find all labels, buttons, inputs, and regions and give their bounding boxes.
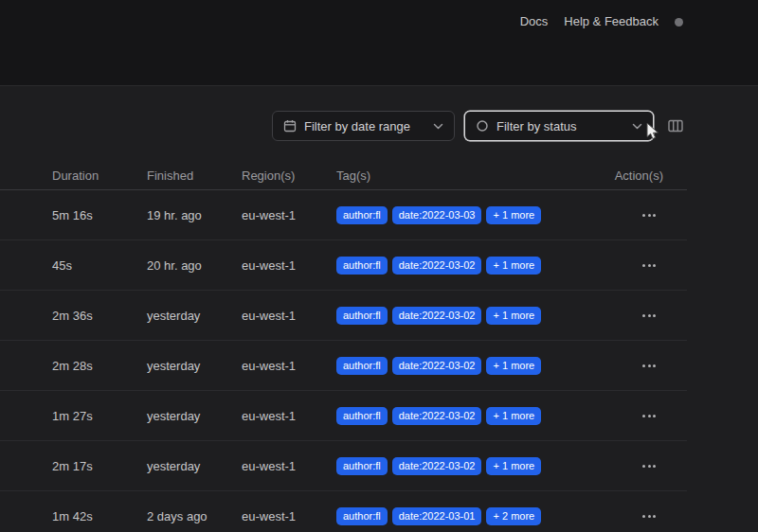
tag-pill[interactable]: date:2022-03-02 (392, 357, 482, 375)
tag-pill[interactable]: + 1 more (486, 407, 541, 425)
tag-pill[interactable]: author:fl (336, 206, 388, 224)
header-tags: Tag(s) (336, 168, 578, 183)
tag-pill[interactable]: + 2 more (486, 507, 541, 525)
duration-cell: 1m 42s (52, 509, 147, 523)
tags-cell: author:fldate:2022-03-02+ 1 more (336, 257, 578, 275)
duration-cell: 5m 16s (52, 208, 147, 222)
calendar-icon (283, 119, 297, 133)
tag-pill[interactable]: date:2022-03-02 (392, 307, 482, 325)
tag-pill[interactable]: author:fl (336, 407, 388, 425)
actions-cell (578, 510, 687, 523)
header-actions: Action(s) (578, 168, 687, 183)
duration-cell: 45s (52, 258, 147, 273)
table-row: 2m 17s yesterday eu-west-1 author:fldate… (0, 441, 687, 491)
table-row: 45s 20 hr. ago eu-west-1 author:fldate:2… (0, 240, 687, 291)
tag-pill[interactable]: + 1 more (486, 457, 541, 475)
tag-pill[interactable]: + 1 more (486, 257, 541, 275)
region-cell: eu-west-1 (242, 409, 336, 423)
row-actions-button ellipsis-icon[interactable] (640, 360, 659, 372)
status-filter[interactable]: Filter by status (464, 111, 654, 141)
date-range-filter-label: Filter by date range (304, 119, 425, 133)
table-row: 1m 27s yesterday eu-west-1 author:fldate… (0, 391, 687, 441)
tag-pill[interactable]: date:2022-03-03 (392, 206, 482, 224)
row-actions-button ellipsis-icon[interactable] (640, 410, 659, 422)
table-row: 5m 16s 19 hr. ago eu-west-1 author:fldat… (0, 190, 687, 240)
runs-table: Duration Finished Region(s) Tag(s) Actio… (0, 161, 687, 532)
actions-cell (578, 360, 687, 372)
finished-cell: yesterday (147, 309, 242, 323)
tags-cell: author:fldate:2022-03-01+ 2 more (336, 507, 578, 525)
tag-pill[interactable]: date:2022-03-02 (392, 407, 482, 425)
tags-cell: author:fldate:2022-03-02+ 1 more (336, 307, 578, 325)
column-settings-button[interactable] (666, 117, 685, 134)
tag-pill[interactable]: date:2022-03-02 (392, 257, 482, 275)
tag-pill[interactable]: author:fl (336, 357, 388, 375)
row-actions-button ellipsis-icon[interactable] (640, 460, 659, 472)
tag-pill[interactable]: date:2022-03-01 (392, 507, 482, 525)
actions-cell (578, 209, 687, 222)
finished-cell: yesterday (147, 459, 242, 473)
nav-docs-link[interactable]: Docs (520, 14, 549, 29)
finished-cell: yesterday (147, 409, 242, 423)
finished-cell: 20 hr. ago (147, 258, 242, 273)
table-header-row: Duration Finished Region(s) Tag(s) Actio… (0, 161, 687, 190)
tag-pill[interactable]: author:fl (336, 457, 388, 475)
duration-cell: 1m 27s (52, 409, 147, 423)
tag-pill[interactable]: + 1 more (486, 206, 541, 224)
finished-cell: 19 hr. ago (147, 208, 242, 222)
tags-cell: author:fldate:2022-03-02+ 1 more (336, 407, 578, 425)
header-finished: Finished (147, 168, 242, 183)
duration-cell: 2m 17s (52, 459, 147, 473)
finished-cell: 2 days ago (147, 509, 242, 523)
region-cell: eu-west-1 (242, 509, 336, 523)
actions-cell (578, 259, 687, 272)
tag-pill[interactable]: + 1 more (486, 307, 541, 325)
region-cell: eu-west-1 (242, 309, 336, 323)
tags-cell: author:fldate:2022-03-02+ 1 more (336, 357, 578, 375)
tag-pill[interactable]: author:fl (336, 507, 388, 525)
actions-cell (578, 460, 687, 472)
status-filter-label: Filter by status (496, 119, 624, 133)
table-body: 5m 16s 19 hr. ago eu-west-1 author:fldat… (0, 190, 687, 532)
filter-toolbar: Filter by date range Filter by status (272, 111, 685, 141)
table-row: 1m 42s 2 days ago eu-west-1 author:fldat… (0, 491, 687, 532)
tag-pill[interactable]: author:fl (336, 257, 388, 275)
tag-pill[interactable]: author:fl (336, 307, 388, 325)
row-actions-button ellipsis-icon[interactable] (640, 310, 659, 322)
table-columns-icon (668, 119, 683, 133)
row-actions-button ellipsis-icon[interactable] (640, 510, 659, 523)
region-cell: eu-west-1 (242, 359, 336, 373)
region-cell: eu-west-1 (242, 208, 336, 222)
header-duration: Duration (52, 168, 147, 183)
row-actions-button ellipsis-icon[interactable] (640, 209, 659, 222)
finished-cell: yesterday (147, 359, 242, 373)
duration-cell: 2m 28s (52, 359, 147, 373)
region-cell: eu-west-1 (242, 258, 336, 273)
runs-page: Docs Help & Feedback Filter by date rang… (0, 0, 758, 532)
actions-cell (578, 310, 687, 322)
row-actions-button ellipsis-icon[interactable] (640, 259, 659, 272)
table-row: 2m 36s yesterday eu-west-1 author:fldate… (0, 291, 687, 341)
avatar-dot[interactable] (675, 18, 683, 27)
tags-cell: author:fldate:2022-03-03+ 1 more (336, 206, 578, 224)
date-range-filter[interactable]: Filter by date range (272, 111, 455, 141)
status-circle-icon (476, 119, 489, 133)
nav-help-feedback-link[interactable]: Help & Feedback (564, 14, 659, 29)
table-row: 2m 28s yesterday eu-west-1 author:fldate… (0, 341, 687, 391)
region-cell: eu-west-1 (242, 459, 336, 473)
tag-pill[interactable]: + 1 more (486, 357, 541, 375)
chevron-down-icon (433, 123, 443, 130)
chevron-down-icon (632, 123, 642, 130)
duration-cell: 2m 36s (52, 309, 147, 323)
actions-cell (578, 410, 687, 422)
tags-cell: author:fldate:2022-03-02+ 1 more (336, 457, 578, 475)
top-banner: Docs Help & Feedback (0, 0, 758, 86)
tag-pill[interactable]: date:2022-03-02 (392, 457, 482, 475)
header-regions: Region(s) (242, 168, 336, 183)
